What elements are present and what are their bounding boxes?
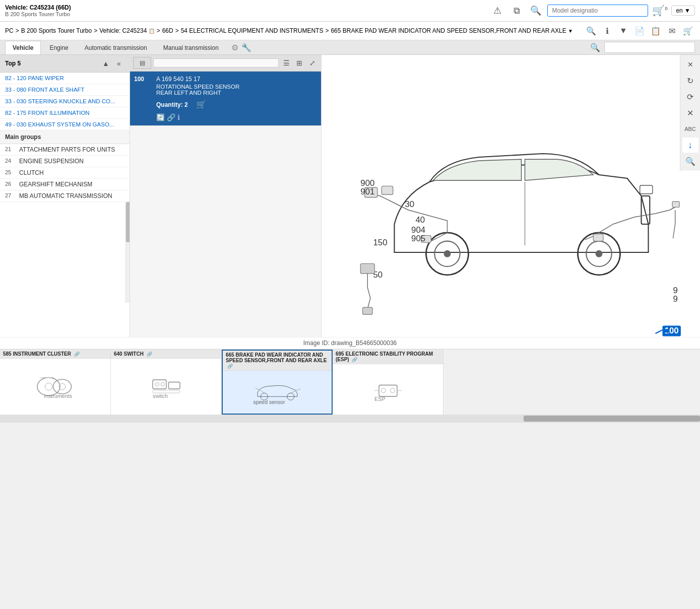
parts-list-list-view[interactable]: ☰ <box>281 57 292 69</box>
breadcrumb-66d[interactable]: 66D <box>162 27 173 34</box>
sidebar-header: Top 5 ▲ « <box>0 55 130 73</box>
sidebar-item-gearshift[interactable]: 26 GEARSHIFT MECHANISM <box>0 179 130 190</box>
part-refresh-icon-100[interactable]: 🔄 <box>156 113 165 121</box>
breadcrumb-pc[interactable]: PC <box>5 27 14 34</box>
sidebar-item-pane-wiper[interactable]: 82 - 120 PANE WIPER <box>0 73 130 84</box>
svg-text:switch: switch <box>153 393 168 399</box>
parts-list-grid-view[interactable]: ⊞ <box>294 57 305 69</box>
sidebar-title: Top 5 <box>5 60 21 67</box>
part-code-100: A 169 540 15 17 <box>156 76 317 83</box>
position-labels: 900 901 30 150 40 50 904 905 10 20 110 <box>360 178 681 337</box>
svg-point-40 <box>161 382 164 386</box>
part-info-icon-100[interactable]: ℹ <box>177 113 180 121</box>
sidebar-item-steering-knuckle[interactable]: 33 - 030 STEERING KNUCKLE AND CO... <box>0 96 130 107</box>
close-diagram-btn[interactable]: ✕ <box>682 57 698 72</box>
part-add-to-cart-100[interactable]: 🛒 <box>192 98 210 111</box>
svg-text:instruments: instruments <box>44 393 72 399</box>
tab-search-input[interactable] <box>604 42 695 53</box>
sidebar-item-engine-suspension-label: ENGINE SUSPENSION <box>19 158 84 165</box>
document-icon[interactable]: 📄 <box>632 24 647 38</box>
sidebar: Top 5 ▲ « 82 - 120 PANE WIPER 33 - 080 F… <box>0 55 130 337</box>
info-icon[interactable]: ℹ <box>600 24 614 38</box>
sidebar-main-groups-title: Main groups <box>0 130 130 144</box>
svg-text:speed sensor: speed sensor <box>253 399 285 405</box>
diagram-arrow-down-icon[interactable]: ↓ <box>682 138 698 153</box>
vehicle-name: B 200 Sports Tourer Turbo <box>5 11 486 17</box>
thumbnail-640-image: switch <box>111 359 221 415</box>
cart-button-top[interactable]: 🛒0 <box>652 5 667 17</box>
sidebar-item-mb-auto-trans-label: MB AUTOMATIC TRANSMISSION <box>19 192 112 199</box>
tab-tool-icon[interactable]: 🔧 <box>241 43 251 52</box>
parts-list-expand-btn[interactable]: ▤ <box>133 57 151 69</box>
sidebar-item-engine-suspension[interactable]: 24 ENGINE SUSPENSION <box>0 156 130 167</box>
part-actions-100: 🔄 🔗 ℹ <box>156 113 317 121</box>
sidebar-close-icon[interactable]: « <box>113 58 124 69</box>
sidebar-collapse-icon[interactable]: ▲ <box>100 58 111 69</box>
part-link-icon-100[interactable]: 🔗 <box>167 113 175 121</box>
warning-icon[interactable]: ⚠ <box>490 3 505 18</box>
breadcrumb-54[interactable]: 54 ELECTRICAL EQUIPMENT AND INSTRUMENTS <box>181 27 324 34</box>
svg-point-2 <box>444 250 451 257</box>
svg-rect-8 <box>640 185 653 194</box>
sidebar-item-attachment-parts[interactable]: 21 ATTACHMENT PARTS FOR UNITS <box>0 144 130 156</box>
cart-icon[interactable]: 🛒 <box>681 24 695 38</box>
tab-engine[interactable]: Engine <box>42 41 76 54</box>
image-id-text: Image ID: drawing_B54665000036 <box>303 340 397 347</box>
thumbnail-665-image: speed sensor <box>223 371 332 414</box>
top-bar: Vehicle: C245234 (66D) B 200 Sports Tour… <box>0 0 700 22</box>
filter-icon[interactable]: ▼ <box>616 24 630 38</box>
diagram-view-icon[interactable]: ABC <box>682 121 698 137</box>
parts-list-search-input[interactable] <box>153 58 279 67</box>
thumbnails-inner: 585 INSTRUMENT CLUSTER 🔗 instruments 640… <box>0 350 700 415</box>
model-search-input[interactable] <box>547 5 648 17</box>
tab-search-icon[interactable]: 🔍 <box>588 40 602 54</box>
scrollbar-thumb[interactable] <box>524 416 700 422</box>
svg-point-33 <box>45 383 52 390</box>
copy-icon[interactable]: ⧉ <box>509 3 524 18</box>
tab-vehicle[interactable]: Vehicle <box>5 41 41 54</box>
breadcrumb-toolbar-row: PC > B 200 Sports Tourer Turbo > Vehicle… <box>0 22 700 40</box>
search-icon-top[interactable]: 🔍 <box>528 3 543 18</box>
thumbnail-665-svg: speed sensor <box>251 376 304 409</box>
parts-list-expand-view[interactable]: ⤢ <box>307 57 318 69</box>
bottom-scrollbar[interactable] <box>0 415 700 423</box>
svg-text:905: 905 <box>411 234 425 243</box>
language-selector[interactable]: en ▼ <box>671 6 695 16</box>
diagram-zoom-out-icon[interactable]: 🔍 <box>682 154 698 169</box>
sidebar-item-attachment-parts-label: ATTACHMENT PARTS FOR UNITS <box>19 146 115 153</box>
thumbnail-640-label: 640 SWITCH 🔗 <box>111 350 221 359</box>
sidebar-item-mb-auto-trans[interactable]: 27 MB AUTOMATIC TRANSMISSION <box>0 190 130 202</box>
svg-point-48 <box>390 388 395 392</box>
tab-automatic-transmission[interactable]: Automatic transmission <box>77 41 155 54</box>
sidebar-item-front-illumination[interactable]: 82 - 175 FRONT ILLUMINATION <box>0 107 130 119</box>
thumbnail-695[interactable]: 695 ELECTRONIC STABILITY PROGRAM (ESP) 🔗… <box>333 350 443 415</box>
thumbnail-585-svg: instruments <box>33 373 78 400</box>
diagram-rotate-icon[interactable]: ↻ <box>682 73 698 88</box>
sidebar-item-clutch[interactable]: 25 CLUTCH <box>0 167 130 179</box>
clipboard-icon[interactable]: 📋 <box>649 24 663 38</box>
thumbnail-695-image: ESP <box>333 364 443 415</box>
tab-settings-icon[interactable]: ⚙ <box>231 43 238 52</box>
sidebar-item-exhaust-system[interactable]: 49 - 030 EXHAUST SYSTEM ON GASO... <box>0 119 130 130</box>
sidebar-item-front-axle-shaft[interactable]: 33 - 080 FRONT AXLE SHAFT <box>0 84 130 96</box>
tab-bar: Vehicle Engine Automatic transmission Ma… <box>0 40 700 55</box>
diagram-refresh-icon[interactable]: ⟳ <box>682 89 698 104</box>
thumbnail-665[interactable]: 665 BRAKE PAD WEAR INDICATOR AND SPEED S… <box>222 350 333 415</box>
mail-icon[interactable]: ✉ <box>665 24 679 38</box>
diagram-cross-icon[interactable]: ✕ <box>682 105 698 120</box>
svg-rect-38 <box>168 382 180 389</box>
sidebar-scrollbar-thumb[interactable] <box>126 202 130 242</box>
diagram-svg: 900 901 30 150 40 50 904 905 10 20 110 <box>322 55 700 337</box>
zoom-in-icon[interactable]: 🔍 <box>584 24 598 38</box>
thumbnail-640[interactable]: 640 SWITCH 🔗 switch <box>111 350 222 415</box>
breadcrumb-vehicle-model[interactable]: B 200 Sports Tourer Turbo <box>21 27 92 34</box>
main-content: Top 5 ▲ « 82 - 120 PANE WIPER 33 - 080 F… <box>0 55 700 337</box>
svg-rect-13 <box>672 201 679 207</box>
thumbnail-585[interactable]: 585 INSTRUMENT CLUSTER 🔗 instruments <box>0 350 111 415</box>
thumbnail-695-link-icon: 🔗 <box>352 357 357 362</box>
part-item-100: 100 A 169 540 15 17 ROTATIONAL SPEED SEN… <box>130 72 321 126</box>
tab-manual-transmission[interactable]: Manual transmission <box>156 41 226 54</box>
breadcrumb-vehicle-id[interactable]: Vehicle: C245234 📋 <box>99 27 154 34</box>
part-quantity-label-100: Quantity: 2 <box>156 101 188 108</box>
svg-text:ESP: ESP <box>374 396 386 402</box>
